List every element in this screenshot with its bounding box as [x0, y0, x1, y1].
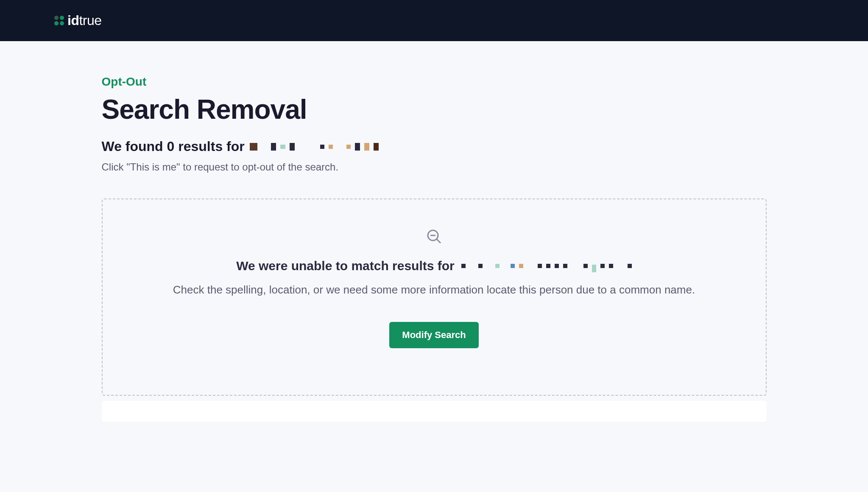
bottom-panel	[102, 401, 767, 422]
results-heading-text: We found 0 results for	[102, 139, 245, 154]
results-heading: We found 0 results for	[102, 139, 767, 154]
search-minus-icon	[427, 229, 442, 246]
empty-state-heading-text: We were unable to match results for	[236, 259, 455, 273]
logo-icon	[54, 16, 64, 25]
site-header: idtrue	[0, 0, 868, 41]
main-content: Opt-Out Search Removal We found 0 result…	[47, 41, 821, 439]
instruction-text: Click "This is me" to request to opt-out…	[102, 161, 767, 173]
empty-state-heading: We were unable to match results for	[120, 259, 749, 273]
modify-search-button[interactable]: Modify Search	[389, 322, 478, 348]
brand-name: idtrue	[67, 13, 102, 28]
empty-state-subtext: Check the spelling, location, or we need…	[120, 283, 749, 296]
opt-out-label: Opt-Out	[102, 75, 767, 89]
brand-logo[interactable]: idtrue	[54, 13, 102, 28]
redacted-name-empty	[461, 262, 632, 270]
redacted-name-header	[250, 143, 379, 151]
page-title: Search Removal	[102, 94, 767, 125]
empty-state-card: We were unable to match results for	[102, 198, 767, 396]
svg-line-1	[437, 239, 441, 243]
